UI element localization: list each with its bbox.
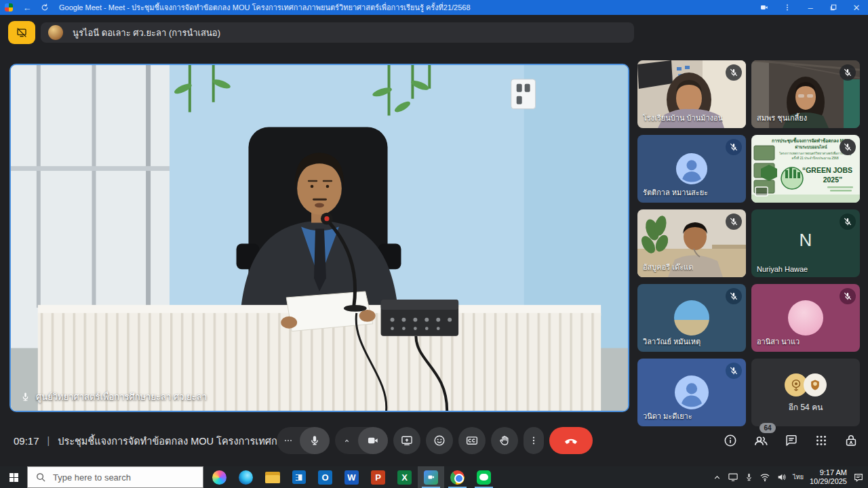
tray-mic-icon[interactable] bbox=[745, 472, 753, 482]
participant-tile[interactable]: รัตติกาล หมานสะยะ bbox=[637, 135, 746, 203]
meet-window: นูรไอนี ดอเลาะ ศว.ยะลา (การนำเสนอ) bbox=[0, 15, 868, 466]
volume-icon[interactable] bbox=[776, 472, 787, 482]
taskbar-app-excel[interactable]: X bbox=[391, 466, 418, 488]
back-icon[interactable]: ← bbox=[18, 0, 36, 15]
mic-off-icon bbox=[840, 214, 856, 230]
presenter-avatar bbox=[48, 25, 63, 40]
taskbar-app-outlook[interactable]: O bbox=[312, 466, 338, 488]
camera-button[interactable] bbox=[335, 427, 388, 454]
close-button[interactable]: ✕ bbox=[845, 0, 868, 15]
screen: ← Google Meet - Meet - ประชุมชี้แจงการจั… bbox=[0, 0, 868, 488]
minimize-button[interactable]: – bbox=[799, 0, 822, 15]
participant-name: วนิดา มะดีเยาะ bbox=[643, 410, 692, 422]
participant-name: อัสบูคอรี เด๊ะแด bbox=[643, 261, 693, 273]
taskbar-app-file-explorer[interactable] bbox=[259, 466, 285, 488]
camera-indicator-icon bbox=[753, 0, 776, 15]
taskbar-app-line[interactable] bbox=[471, 466, 497, 488]
taskbar-app-chrome[interactable] bbox=[444, 466, 471, 488]
copilot-icon bbox=[212, 470, 226, 485]
people-button[interactable]: 64 bbox=[753, 432, 769, 449]
meet-app-icon bbox=[424, 470, 438, 485]
outlook-icon: O bbox=[318, 470, 332, 485]
overflow-tile[interactable]: อีก 54 คน bbox=[751, 359, 860, 426]
mic-options-icon[interactable] bbox=[277, 435, 300, 446]
browser-titlebar: ← Google Meet - Meet - ประชุมชี้แจงการจั… bbox=[0, 0, 868, 15]
maximize-button[interactable] bbox=[822, 0, 845, 15]
participant-tile[interactable]: อัสบูคอรี เด๊ะแด bbox=[637, 209, 746, 277]
host-controls-button[interactable] bbox=[844, 433, 859, 448]
activities-button[interactable] bbox=[814, 433, 829, 448]
taskbar-app-powerpoint[interactable]: P bbox=[365, 466, 391, 488]
presentation-paused-icon[interactable] bbox=[8, 21, 35, 44]
camera-options-icon[interactable] bbox=[335, 436, 358, 446]
main-speaker-tile[interactable]: ศูนย์วิทยาศาสตร์เพื่อการศึกษายะลา ศว.ยะล… bbox=[9, 64, 629, 412]
tray-chevron-icon[interactable] bbox=[713, 473, 722, 482]
taskbar-app-copilot[interactable] bbox=[206, 466, 233, 488]
browser-menu-icon[interactable] bbox=[776, 0, 799, 15]
poster-title1: “GREEN JOBS bbox=[802, 166, 852, 174]
present-screen-button[interactable] bbox=[393, 427, 420, 454]
participant-name: รัตติกาล หมานสะยะ bbox=[643, 186, 708, 199]
presenter-name: นูรไอนี ดอเลาะ ศว.ยะลา (การนำเสนอ) bbox=[73, 26, 220, 40]
participant-count-badge: 64 bbox=[760, 423, 776, 433]
taskbar-app-meet-active[interactable] bbox=[418, 466, 444, 488]
participant-tile[interactable]: อานิสา นาแว bbox=[751, 284, 860, 352]
divider: | bbox=[47, 435, 50, 446]
mic-button[interactable] bbox=[277, 427, 330, 454]
meeting-details-button[interactable] bbox=[723, 433, 738, 448]
poster-line4: ครั้งที่ 21 ประจำปีงบประมาณ 2568 bbox=[792, 156, 839, 160]
mic-off-icon bbox=[840, 288, 856, 304]
presentation-tile[interactable]: การประชุมชี้แจงการจัดทำข้อตกลง MOU ผ่านร… bbox=[751, 135, 860, 203]
taskbar-search[interactable] bbox=[27, 466, 203, 488]
participant-name: อานิสา นาแว bbox=[757, 336, 800, 348]
participant-tile[interactable]: วนิดา มะดีเยาะ bbox=[637, 359, 746, 426]
chat-button[interactable] bbox=[784, 433, 799, 448]
edge-icon bbox=[239, 470, 253, 485]
search-input[interactable] bbox=[53, 472, 195, 483]
word-icon: W bbox=[344, 470, 359, 485]
participant-tile[interactable]: วิลาวัณย์ หมันเหตุ bbox=[637, 284, 746, 352]
meeting-title: ประชุมชี้แจงการจัดทำข้อตกลง MOU โครงการเ… bbox=[58, 433, 292, 449]
powerpoint-icon: P bbox=[371, 470, 385, 485]
display-icon[interactable] bbox=[728, 472, 738, 482]
raise-hand-button[interactable] bbox=[491, 427, 518, 454]
captions-button[interactable] bbox=[458, 427, 486, 454]
wifi-icon[interactable] bbox=[760, 473, 770, 482]
participant-tile[interactable]: สมพร ชุนเกลี้ยง bbox=[751, 60, 860, 128]
avatar-placeholder-icon bbox=[676, 153, 707, 184]
action-center-icon[interactable] bbox=[853, 472, 864, 483]
overflow-count: อีก 54 คน bbox=[751, 401, 860, 413]
start-button[interactable] bbox=[0, 466, 27, 488]
main-video-scene bbox=[11, 65, 628, 411]
tray-date: 10/29/2025 bbox=[810, 477, 847, 486]
presenter-banner[interactable]: นูรไอนี ดอเลาะ ศว.ยะลา (การนำเสนอ) bbox=[41, 22, 634, 43]
active-mic-icon bbox=[20, 392, 31, 402]
taskbar-app-store[interactable] bbox=[285, 466, 312, 488]
tray-clock[interactable]: 9:17 AM 10/29/2025 bbox=[810, 468, 847, 486]
profile-photo bbox=[674, 300, 709, 336]
taskbar-app-edge[interactable] bbox=[233, 466, 259, 488]
camera-icon[interactable] bbox=[358, 427, 388, 454]
poster-line1: การประชุมชี้แจงการจัดทำข้อตกลง MOU bbox=[772, 137, 850, 144]
language-indicator[interactable]: ไทย bbox=[793, 474, 804, 481]
end-call-button[interactable] bbox=[549, 427, 593, 454]
mic-icon[interactable] bbox=[300, 427, 330, 454]
more-options-button[interactable] bbox=[524, 427, 544, 454]
line-icon bbox=[477, 470, 491, 485]
reload-icon[interactable] bbox=[36, 0, 54, 15]
mic-off-icon bbox=[726, 64, 742, 81]
store-icon bbox=[292, 470, 306, 484]
mic-off-icon bbox=[726, 363, 742, 379]
poster-line2: ผ่านระบบออนไลน์ bbox=[795, 144, 827, 149]
file-explorer-icon bbox=[265, 472, 280, 483]
profile-photo bbox=[788, 300, 823, 336]
windows-logo-icon bbox=[9, 473, 18, 482]
participant-tile[interactable]: N Nuriyah Hawae bbox=[751, 209, 860, 277]
mic-off-icon bbox=[840, 64, 856, 81]
participant-name: วิลาวัณย์ หมันเหตุ bbox=[643, 336, 701, 348]
meet-favicon bbox=[5, 3, 13, 12]
meet-control-bar: 09:17 | ประชุมชี้แจงการจัดทำข้อตกลง MOU … bbox=[0, 424, 868, 457]
taskbar-app-word[interactable]: W bbox=[338, 466, 365, 488]
reactions-button[interactable] bbox=[426, 427, 453, 454]
participant-tile[interactable]: โรงเรียนบ้าน บ้านม้างอน bbox=[637, 60, 746, 128]
